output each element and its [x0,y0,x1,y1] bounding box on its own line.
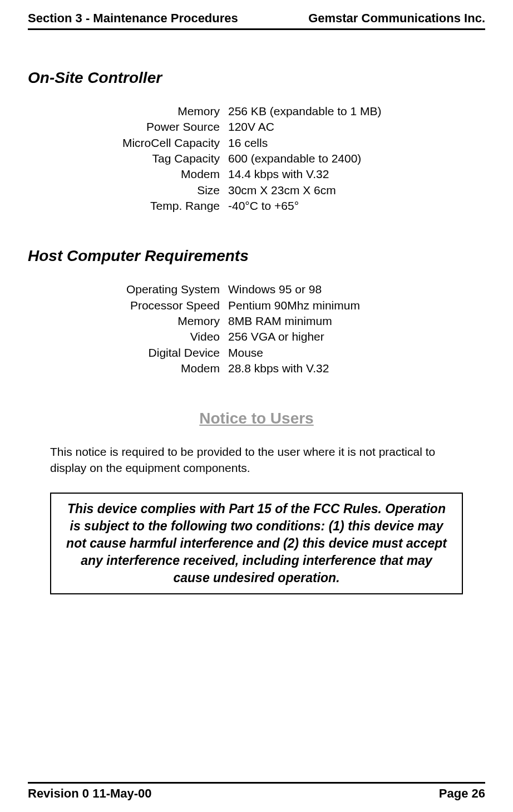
footer-revision: Revision 0 11-May-00 [28,786,152,801]
spec-value: 256 VGA or higher [228,329,485,345]
spec-label: Memory [83,313,228,329]
spec-value: 16 cells [228,135,485,151]
spec-row: Modem 28.8 kbps with V.32 [83,361,485,376]
header-section-title: Section 3 - Maintenance Procedures [28,11,238,26]
spec-label: Modem [83,361,228,376]
spec-label: Tag Capacity [83,151,228,166]
spec-label: Temp. Range [83,198,228,214]
spec-label: MicroCell Capacity [83,135,228,151]
spec-row: Modem 14.4 kbps with V.32 [83,166,485,182]
page-content: On-Site Controller Memory 256 KB (expand… [28,30,485,594]
footer-page-number: Page 26 [439,786,485,801]
spec-value: 28.8 kbps with V.32 [228,361,485,376]
spec-label: Operating System [83,282,228,297]
spec-label: Memory [83,104,228,119]
spec-row: Digital Device Mouse [83,345,485,361]
spec-value: 30cm X 23cm X 6cm [228,183,485,198]
spec-row: MicroCell Capacity 16 cells [83,135,485,151]
spec-value: 14.4 kbps with V.32 [228,166,485,182]
spec-row: Power Source 120V AC [83,119,485,135]
spec-label: Digital Device [83,345,228,361]
spec-row: Memory 8MB RAM minimum [83,313,485,329]
fcc-notice-box: This device complies with Part 15 of the… [50,493,463,594]
notice-heading: Notice to Users [28,410,485,427]
page-header: Section 3 - Maintenance Procedures Gemst… [28,0,485,30]
section-heading-host-computer: Host Computer Requirements [28,247,485,265]
spec-row: Operating System Windows 95 or 98 [83,282,485,297]
spec-value: -40°C to +65° [228,198,485,214]
spec-row: Temp. Range -40°C to +65° [83,198,485,214]
spec-label: Power Source [83,119,228,135]
spec-value: 120V AC [228,119,485,135]
spec-row: Tag Capacity 600 (expandable to 2400) [83,151,485,166]
spec-row: Video 256 VGA or higher [83,329,485,345]
spec-value: 600 (expandable to 2400) [228,151,485,166]
spec-table-host-computer: Operating System Windows 95 or 98 Proces… [83,282,485,376]
header-company-name: Gemstar Communications Inc. [308,11,485,26]
spec-value: 256 KB (expandable to 1 MB) [228,104,485,119]
spec-label: Modem [83,166,228,182]
spec-value: Pentium 90Mhz minimum [228,298,485,313]
spec-row: Size 30cm X 23cm X 6cm [83,183,485,198]
spec-label: Video [83,329,228,345]
spec-value: Windows 95 or 98 [228,282,485,297]
spec-label: Size [83,183,228,198]
spec-row: Processor Speed Pentium 90Mhz minimum [83,298,485,313]
spec-row: Memory 256 KB (expandable to 1 MB) [83,104,485,119]
spec-label: Processor Speed [83,298,228,313]
section-heading-onsite-controller: On-Site Controller [28,69,485,87]
notice-intro-text: This notice is required to be provided t… [50,444,474,476]
spec-value: 8MB RAM minimum [228,313,485,329]
page-footer: Revision 0 11-May-00 Page 26 [28,782,485,801]
spec-value: Mouse [228,345,485,361]
spec-table-onsite-controller: Memory 256 KB (expandable to 1 MB) Power… [83,104,485,214]
